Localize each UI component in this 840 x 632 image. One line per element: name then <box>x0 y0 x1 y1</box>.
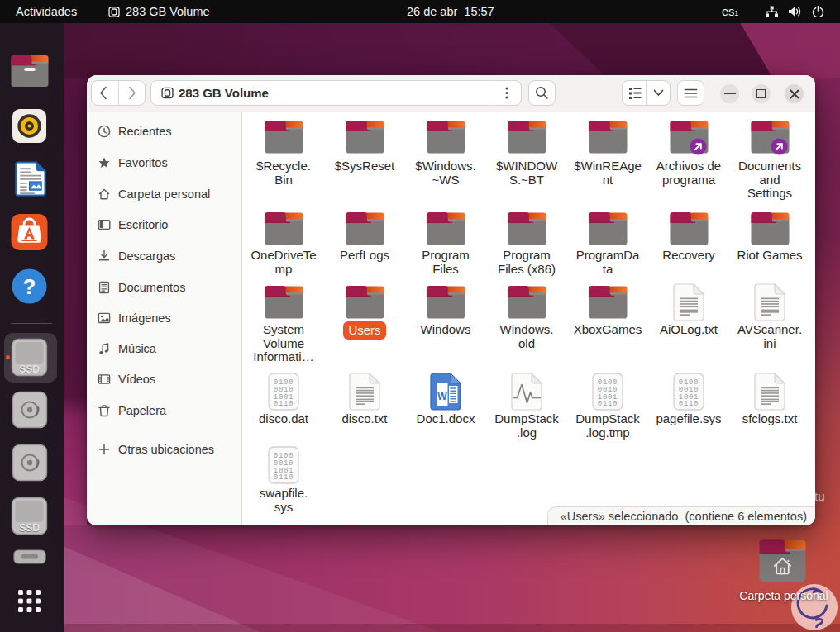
svg-text:?: ? <box>23 274 36 299</box>
svg-text:SSD: SSD <box>19 364 40 375</box>
svg-text:SSD: SSD <box>19 522 40 534</box>
